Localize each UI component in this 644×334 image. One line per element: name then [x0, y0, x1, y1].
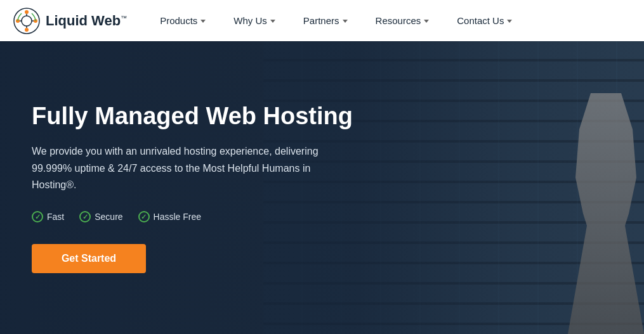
chevron-down-icon: [200, 20, 206, 23]
hero-section: Fully Managed Web Hosting We provide you…: [0, 41, 644, 334]
badge-secure: ✓ Secure: [79, 211, 122, 222]
nav-item-products[interactable]: Products: [146, 0, 220, 41]
chevron-down-icon: [507, 20, 512, 23]
badge-fast: ✓ Fast: [32, 211, 64, 222]
nav-links: Products Why Us Partners Resources Conta…: [146, 0, 631, 41]
hero-description: We provide you with an unrivaled hosting…: [32, 143, 355, 193]
svg-point-2: [25, 10, 29, 14]
svg-point-3: [25, 28, 29, 32]
badge-hassle-free: ✓ Hassle Free: [138, 211, 201, 222]
logo-text: Liquid Web™: [46, 13, 127, 29]
svg-point-1: [22, 16, 32, 26]
nav-item-whyus[interactable]: Why Us: [220, 0, 289, 41]
chevron-down-icon: [424, 20, 429, 23]
nav-item-partners[interactable]: Partners: [289, 0, 362, 41]
hero-content: Fully Managed Web Hosting We provide you…: [0, 41, 386, 334]
check-icon-hassle-free: ✓: [138, 211, 150, 222]
hero-title: Fully Managed Web Hosting: [32, 102, 355, 131]
get-started-button[interactable]: Get Started: [32, 244, 146, 273]
chevron-down-icon: [270, 20, 275, 23]
nav-item-contact[interactable]: Contact Us: [443, 0, 526, 41]
nav-item-resources[interactable]: Resources: [362, 0, 444, 41]
logo-icon: [13, 7, 41, 35]
check-icon-fast: ✓: [32, 211, 43, 222]
check-icon-secure: ✓: [79, 211, 91, 222]
hero-badges: ✓ Fast ✓ Secure ✓ Hassle Free: [32, 211, 355, 222]
chevron-down-icon: [343, 20, 348, 23]
navbar: Liquid Web™ Products Why Us Partners Res…: [0, 0, 644, 41]
logo-link[interactable]: Liquid Web™: [13, 7, 127, 35]
